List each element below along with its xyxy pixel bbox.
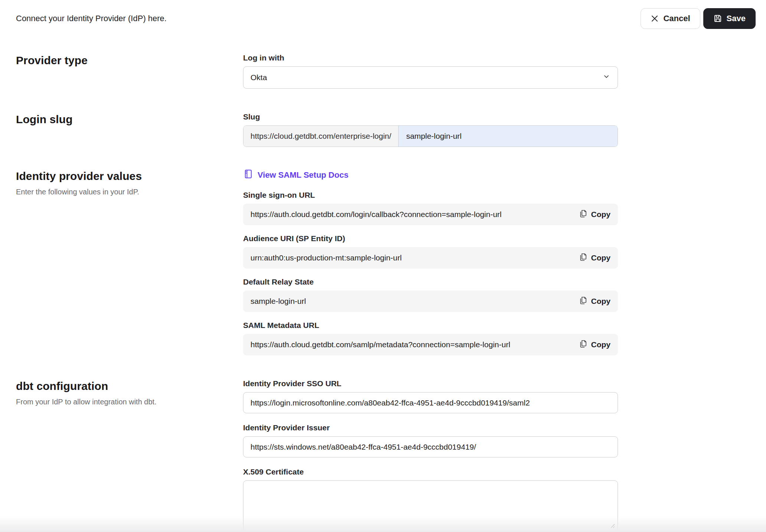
x509-certificate-textarea[interactable] — [243, 480, 618, 532]
section-provider-type: Provider type Log in with Okta — [16, 53, 766, 89]
idp-sso-url-input[interactable] — [243, 392, 618, 413]
dbt-configuration-heading: dbt configuration — [16, 380, 243, 393]
section-login-slug: Login slug Slug https://cloud.getdbt.com… — [16, 112, 766, 147]
login-with-label: Log in with — [243, 53, 618, 62]
copy-button[interactable]: Copy — [579, 296, 611, 307]
provider-select-value: Okta — [251, 73, 267, 82]
provider-type-heading: Provider type — [16, 54, 243, 67]
default-relay-state-value: sample-login-url — [251, 297, 579, 306]
idp-sso-url-group: Identity Provider SSO URL — [243, 379, 618, 413]
chevron-down-icon — [603, 73, 610, 82]
slug-input[interactable] — [399, 126, 618, 147]
save-button-label: Save — [727, 14, 746, 23]
resize-handle[interactable] — [610, 523, 615, 530]
x509-certificate-label: X.509 Certificate — [243, 467, 618, 476]
single-sign-on-url-value: https://auth.cloud.getdbt.com/login/call… — [251, 210, 579, 219]
copy-button-label: Copy — [591, 297, 611, 306]
copy-button[interactable]: Copy — [579, 253, 611, 263]
default-relay-state-field: sample-login-url Copy — [243, 290, 618, 312]
copy-icon — [579, 253, 587, 263]
section-identity-provider-values: Identity provider values Enter the follo… — [16, 169, 766, 364]
idp-issuer-input[interactable] — [243, 436, 618, 457]
slug-url-prefix: https://cloud.getdbt.com/enterprise-logi… — [243, 126, 399, 147]
identity-provider-values-heading: Identity provider values — [16, 170, 243, 183]
saml-metadata-url-field: https://auth.cloud.getdbt.com/samlp/meta… — [243, 334, 618, 355]
saml-metadata-url-label: SAML Metadata URL — [243, 321, 618, 330]
section-dbt-configuration: dbt configuration From your IdP to allow… — [16, 379, 766, 532]
audience-uri-value: urn:auth0:us-production-mt:sample-login-… — [251, 253, 579, 262]
close-icon — [651, 14, 659, 23]
audience-uri-label: Audience URI (SP Entity ID) — [243, 234, 618, 243]
login-slug-heading: Login slug — [16, 113, 243, 126]
provider-select[interactable]: Okta — [243, 66, 618, 89]
default-relay-state-label: Default Relay State — [243, 278, 618, 286]
x509-certificate-group: X.509 Certificate — [243, 467, 618, 532]
single-sign-on-url-label: Single sign-on URL — [243, 191, 618, 200]
idp-issuer-group: Identity Provider Issuer — [243, 423, 618, 457]
copy-button-label: Copy — [591, 340, 611, 349]
audience-uri-field-group: Audience URI (SP Entity ID) urn:auth0:us… — [243, 234, 618, 269]
topbar-actions: Cancel Save — [641, 8, 756, 29]
view-saml-setup-docs-label: View SAML Setup Docs — [258, 170, 348, 180]
dbt-configuration-subheading: From your IdP to allow integration with … — [16, 398, 243, 406]
slug-field-group: https://cloud.getdbt.com/enterprise-logi… — [243, 125, 618, 147]
copy-icon — [579, 209, 587, 220]
copy-button[interactable]: Copy — [579, 209, 611, 220]
document-icon — [244, 169, 253, 181]
copy-button-label: Copy — [591, 210, 611, 219]
saml-metadata-url-field-group: SAML Metadata URL https://auth.cloud.get… — [243, 321, 618, 355]
audience-uri-field: urn:auth0:us-production-mt:sample-login-… — [243, 247, 618, 269]
cancel-button[interactable]: Cancel — [641, 8, 700, 29]
save-button[interactable]: Save — [703, 8, 756, 29]
save-icon — [713, 14, 722, 23]
slug-label: Slug — [243, 112, 618, 121]
identity-provider-values-subheading: Enter the following values in your IdP. — [16, 188, 243, 196]
copy-icon — [579, 296, 587, 307]
view-saml-setup-docs-link[interactable]: View SAML Setup Docs — [243, 169, 348, 181]
top-bar: Connect your Identity Provider (IdP) her… — [0, 0, 766, 29]
saml-metadata-url-value: https://auth.cloud.getdbt.com/samlp/meta… — [251, 340, 579, 349]
idp-issuer-label: Identity Provider Issuer — [243, 423, 618, 432]
sso-url-field-group: Single sign-on URL https://auth.cloud.ge… — [243, 191, 618, 225]
default-relay-state-field-group: Default Relay State sample-login-url Cop… — [243, 278, 618, 312]
copy-icon — [579, 339, 587, 350]
page-title: Connect your Identity Provider (IdP) her… — [16, 14, 167, 23]
single-sign-on-url-field: https://auth.cloud.getdbt.com/login/call… — [243, 204, 618, 225]
cancel-button-label: Cancel — [663, 14, 690, 23]
copy-button-label: Copy — [591, 253, 611, 262]
idp-sso-url-label: Identity Provider SSO URL — [243, 379, 618, 388]
settings-form: Provider type Log in with Okta Login slu… — [0, 53, 766, 532]
copy-button[interactable]: Copy — [579, 339, 611, 350]
